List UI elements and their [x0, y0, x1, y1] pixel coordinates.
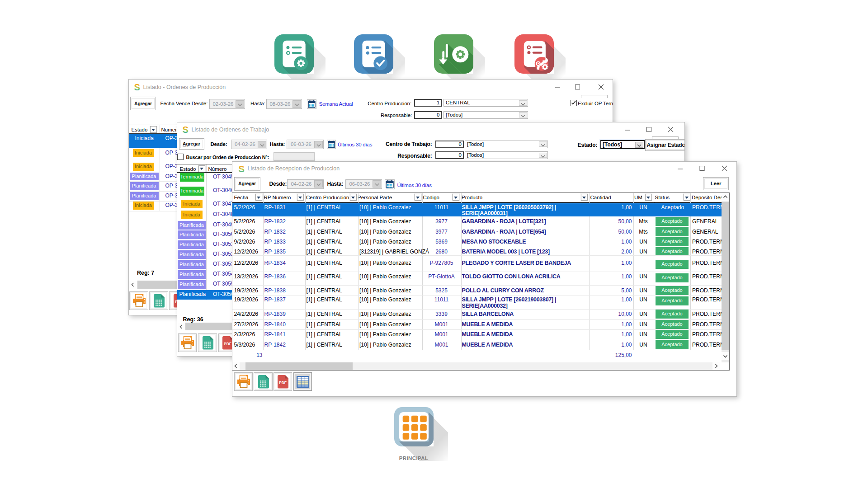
svg-text:S: S: [182, 126, 188, 134]
svg-text:S: S: [239, 165, 245, 173]
svg-text:S: S: [134, 83, 140, 91]
svg-text:PDF: PDF: [224, 342, 231, 346]
svg-text:PDF: PDF: [279, 380, 287, 385]
